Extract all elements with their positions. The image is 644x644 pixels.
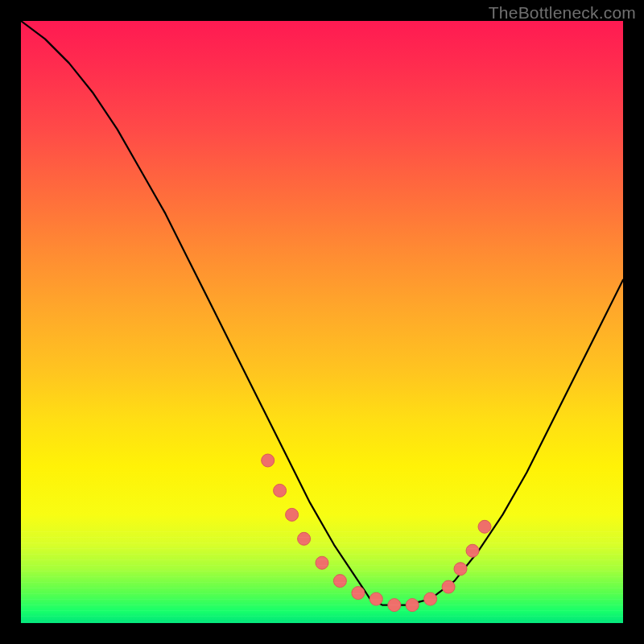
sample-dot	[406, 599, 419, 612]
sample-dot	[333, 575, 346, 588]
sample-dot	[466, 544, 479, 557]
sample-dot	[388, 599, 401, 612]
sample-dot	[352, 587, 365, 600]
sample-dot	[369, 592, 382, 605]
sample-dot	[262, 454, 275, 467]
sample-dot	[286, 508, 299, 521]
plot-area	[21, 21, 623, 623]
sample-dot	[316, 556, 328, 569]
bottleneck-curve-svg	[21, 21, 623, 623]
bottleneck-curve	[21, 21, 623, 605]
sample-dot	[298, 532, 311, 545]
sample-dot	[442, 580, 455, 593]
watermark-text: TheBottleneck.com	[489, 3, 636, 23]
sample-dot	[478, 520, 491, 533]
chart-frame: TheBottleneck.com	[0, 0, 644, 644]
sample-dot	[274, 484, 287, 497]
sample-dot	[454, 563, 467, 576]
sample-dot	[424, 592, 437, 605]
